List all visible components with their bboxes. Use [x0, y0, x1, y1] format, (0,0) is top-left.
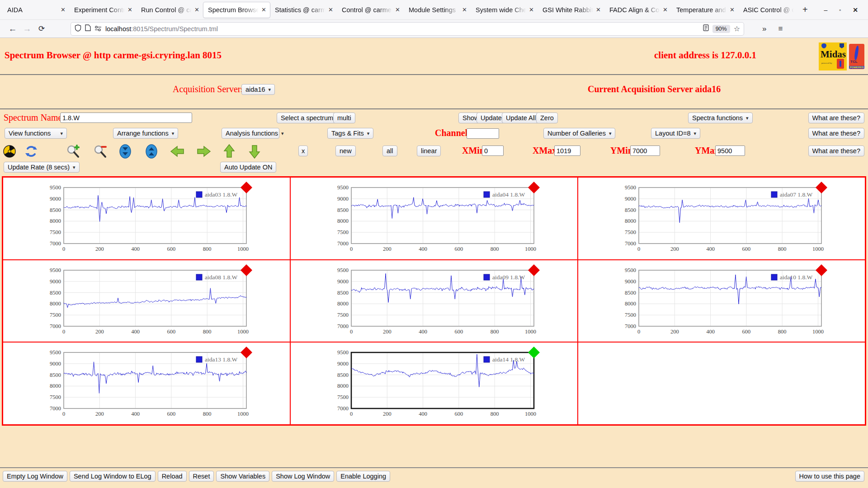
bookmark-star-icon[interactable]: ☆	[734, 24, 740, 33]
ymax-input[interactable]	[715, 145, 745, 156]
zoom-level-badge[interactable]: 90%	[712, 25, 730, 33]
zero-button[interactable]: Zero	[536, 113, 558, 123]
auto-update-button[interactable]: Auto Update ON	[220, 162, 276, 173]
send-log-window-to-elog-button[interactable]: Send Log Window to ELog	[70, 471, 156, 482]
analysis-functions-dropdown[interactable]: Analysis functions▾	[222, 128, 279, 139]
browser-tab[interactable]: Temperature and✕	[672, 2, 738, 18]
tab-close-icon[interactable]: ✕	[127, 6, 132, 13]
number-of-galleries-dropdown[interactable]: Number of Galleries▾	[543, 128, 615, 139]
browser-tab[interactable]: System wide Che✕	[471, 2, 538, 18]
spectrum-panel[interactable]: 0200400600800100070007500800085009000950…	[290, 260, 578, 343]
channel-input[interactable]	[467, 128, 499, 139]
compress-vertical-icon[interactable]	[118, 144, 133, 159]
svg-text:800: 800	[778, 246, 787, 252]
xmin-input[interactable]	[482, 145, 504, 156]
spectrum-panel[interactable]: 0200400600800100070007500800085009000950…	[578, 260, 865, 343]
spectrum-panel[interactable]: 0200400600800100070007500800085009000950…	[578, 177, 865, 260]
spectrum-panel[interactable]: 0200400600800100070007500800085009000950…	[290, 342, 578, 425]
spectrum-name-input[interactable]	[60, 113, 192, 123]
restore-icon[interactable]: ▫	[839, 7, 841, 13]
show-variables-button[interactable]: Show Variables	[216, 471, 269, 482]
url-text[interactable]: localhost:8015/Spectrum/Spectrum.tml	[105, 25, 699, 33]
update-rate-dropdown[interactable]: Update Rate (8 secs)▾	[4, 162, 80, 173]
tab-close-icon[interactable]: ✕	[328, 6, 333, 13]
overflow-chevron-icon[interactable]: »	[762, 24, 766, 33]
linear-button[interactable]: linear	[417, 145, 441, 156]
browser-tab[interactable]: Spectrum Browse✕	[203, 2, 270, 18]
url-bar[interactable]: localhost:8015/Spectrum/Spectrum.tml 90%…	[71, 22, 744, 36]
minimize-icon[interactable]: –	[824, 6, 828, 14]
tab-close-icon[interactable]: ✕	[663, 6, 668, 13]
refresh-icon[interactable]	[24, 144, 39, 159]
browser-tab[interactable]: ASIC Control @ c✕	[739, 2, 797, 18]
radioactive-icon[interactable]	[2, 144, 17, 159]
tab-close-icon[interactable]: ✕	[61, 6, 66, 13]
browser-tab[interactable]: Run Control @ ca✕	[137, 2, 203, 18]
reload-button[interactable]: Reload	[158, 471, 187, 482]
arrow-up-icon[interactable]	[222, 144, 237, 159]
reload-icon[interactable]: ⟳	[34, 24, 49, 33]
what-are-these-button-3[interactable]: What are these?	[808, 145, 864, 156]
arrow-down-icon[interactable]	[247, 144, 262, 159]
tab-label: Temperature and	[676, 6, 728, 14]
back-icon[interactable]: ←	[5, 24, 20, 34]
page-title: Spectrum Browser @ http carme-gsi.cryrin…	[5, 50, 222, 61]
browser-tab[interactable]: AIDA✕	[3, 2, 69, 18]
svg-text:1000: 1000	[812, 328, 824, 335]
tab-close-icon[interactable]: ✕	[395, 6, 400, 13]
what-are-these-button-1[interactable]: What are these?	[808, 113, 864, 123]
layout-id-dropdown[interactable]: Layout ID=8▾	[651, 128, 700, 139]
how-to-use-button[interactable]: How to use this page	[795, 471, 864, 482]
enable-logging-button[interactable]: Enable Logging	[336, 471, 390, 482]
what-are-these-button-2[interactable]: What are these?	[808, 128, 864, 139]
close-icon[interactable]: ✕	[853, 6, 858, 14]
tags-fits-dropdown[interactable]: Tags & Fits▾	[327, 128, 373, 139]
spectra-functions-dropdown[interactable]: Spectra functions▾	[688, 113, 753, 123]
tab-close-icon[interactable]: ✕	[529, 6, 534, 13]
browser-tab[interactable]: GSI White Rabbit✕	[538, 2, 604, 18]
shield-icon[interactable]	[75, 24, 81, 33]
empty-log-window-button[interactable]: Empty Log Window	[3, 471, 67, 482]
tab-close-icon[interactable]: ✕	[462, 6, 467, 13]
reset-button[interactable]: Reset	[189, 471, 214, 482]
new-button[interactable]: new	[335, 145, 356, 156]
multi-button[interactable]: multi	[333, 113, 355, 123]
svg-text:8500: 8500	[50, 372, 61, 378]
reader-view-icon[interactable]	[703, 24, 709, 33]
page-info-icon[interactable]	[85, 24, 91, 33]
forward-icon[interactable]: →	[20, 24, 34, 34]
arrange-functions-dropdown[interactable]: Arrange functions▾	[113, 128, 178, 139]
ymin-input[interactable]	[630, 145, 660, 156]
spectrum-panel[interactable]: 0200400600800100070007500800085009000950…	[290, 177, 578, 260]
arrow-left-icon[interactable]	[170, 144, 185, 159]
arrow-right-icon[interactable]	[196, 144, 211, 159]
zoom-out-icon[interactable]	[92, 144, 108, 159]
view-functions-dropdown[interactable]: View functions▾	[5, 128, 67, 139]
spectrum-panel[interactable]: 0200400600800100070007500800085009000950…	[3, 260, 290, 343]
spectrum-panel[interactable]: 0200400600800100070007500800085009000950…	[3, 177, 290, 260]
new-tab-button[interactable]: +	[797, 5, 813, 15]
spectrum-panel[interactable]: 0200400600800100070007500800085009000950…	[3, 342, 290, 425]
browser-tab[interactable]: Statistics @ carm✕	[270, 2, 337, 18]
browser-tab[interactable]: FADC Align & Co✕	[605, 2, 671, 18]
x-button[interactable]: x	[298, 145, 308, 156]
browser-tab[interactable]: Control @ carme✕	[337, 2, 404, 18]
tab-close-icon[interactable]: ✕	[730, 6, 735, 13]
all-button[interactable]: all	[382, 145, 397, 156]
tab-close-icon[interactable]: ✕	[261, 6, 266, 13]
divider	[0, 74, 868, 75]
xmax-input[interactable]	[554, 145, 580, 156]
tab-close-icon[interactable]: ✕	[596, 6, 601, 13]
browser-tab[interactable]: Module Settings✕	[404, 2, 471, 18]
update-all-button[interactable]: Update All	[502, 113, 540, 123]
browser-tab[interactable]: Experiment Contr✕	[70, 2, 136, 18]
midas-shield-icon	[840, 43, 844, 48]
acquisition-server-select[interactable]: aida16▾	[241, 84, 275, 95]
expand-vertical-icon[interactable]	[144, 144, 159, 159]
svg-text:600: 600	[167, 246, 176, 252]
tab-close-icon[interactable]: ✕	[194, 6, 199, 13]
show-log-window-button[interactable]: Show Log Window	[272, 471, 334, 482]
menu-icon[interactable]: ≡	[778, 24, 783, 33]
zoom-in-icon[interactable]	[65, 144, 80, 159]
permissions-icon[interactable]	[94, 25, 102, 33]
